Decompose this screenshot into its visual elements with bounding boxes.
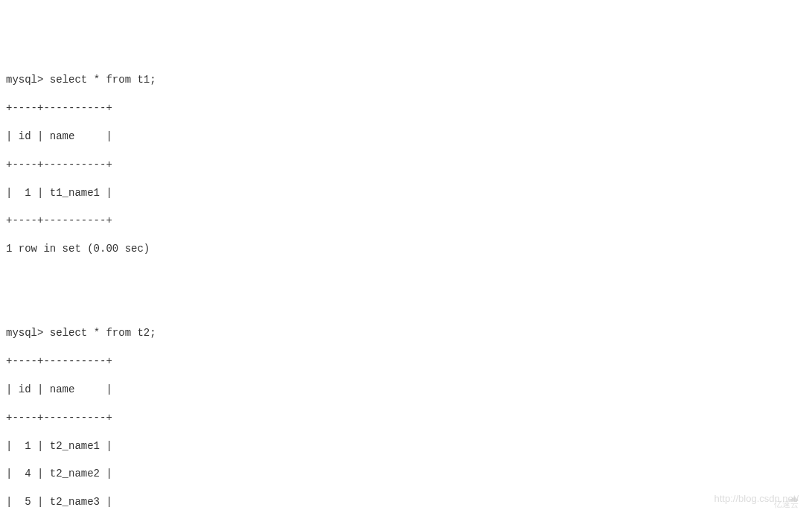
- table-sep: +----+----------+: [6, 101, 806, 115]
- table-row: | 1 | t2_name1 |: [6, 439, 806, 453]
- table-header: | id | name |: [6, 130, 806, 144]
- mysql-prompt: mysql>: [6, 327, 43, 339]
- result-footer: 1 row in set (0.00 sec): [6, 242, 806, 256]
- sql-command: select * from t2;: [50, 327, 156, 339]
- table-row: | 4 | t2_name2 |: [6, 467, 806, 481]
- table-sep: +----+----------+: [6, 158, 806, 172]
- terminal-line: mysql> select * from t1;: [6, 73, 806, 87]
- sql-command: select * from t1;: [50, 74, 156, 86]
- table-sep: +----+----------+: [6, 411, 806, 425]
- table-sep: +----+----------+: [6, 354, 806, 369]
- terminal-line: mysql> select * from t2;: [6, 326, 806, 340]
- table-row: | 5 | t2_name3 |: [6, 495, 806, 509]
- table-row: | 1 | t1_name1 |: [6, 186, 806, 200]
- blank-line: [6, 270, 806, 284]
- table-header: | id | name |: [6, 383, 806, 397]
- mysql-prompt: mysql>: [6, 74, 43, 86]
- table-sep: +----+----------+: [6, 214, 806, 228]
